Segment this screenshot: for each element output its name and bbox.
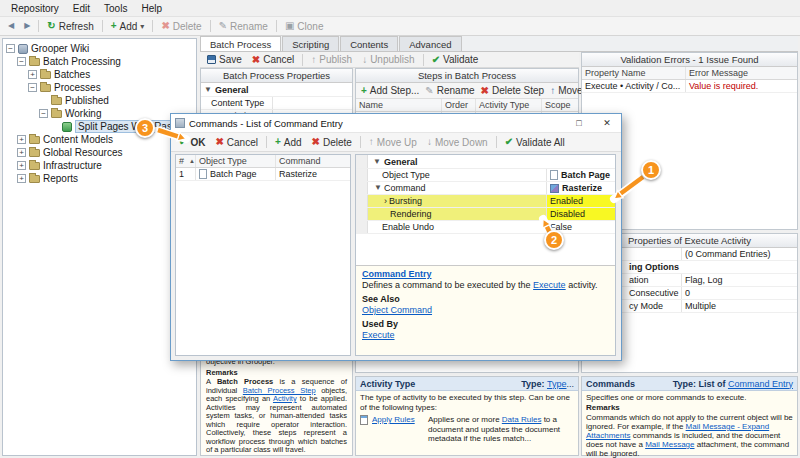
tab-batch-process[interactable]: Batch Process [200,36,281,51]
menu-edit[interactable]: Edit [66,2,97,15]
delete-button[interactable]: ✖Delete [156,19,206,34]
collapse-icon[interactable]: − [6,44,15,53]
tab-scripting[interactable]: Scripting [282,36,339,51]
tree-item-infrastructure[interactable]: +Infrastructure [3,159,196,172]
maximize-button[interactable]: □ [567,115,591,132]
cancel-button[interactable]: ✖Cancel [210,135,263,150]
expand-icon[interactable]: + [17,174,26,183]
refresh-button[interactable]: ↻Refresh [42,19,98,34]
panel-title: Batch Process Properties [201,69,352,83]
refresh-icon: ↻ [47,21,55,31]
grid-row-bursting[interactable]: ›Bursting Enabled [356,195,615,208]
rename-icon: ✎ [425,86,433,96]
command-entry-link[interactable]: Command Entry [362,269,609,280]
ok-button[interactable]: ✔OK [174,135,210,150]
cancel-icon: ✖ [215,137,223,147]
add-button[interactable]: +Add▾ [106,19,150,34]
nav-back-button[interactable]: ◀ [3,20,19,32]
expand-icon[interactable]: + [28,70,37,79]
grid-row-object-type[interactable]: Object Type Batch Page [356,169,615,182]
publish-icon: ↑ [311,55,316,65]
tree-item-processes[interactable]: −Processes [3,81,196,94]
command-entry-description: Defines a command to be executed by the … [362,280,609,291]
add-icon: + [111,21,117,31]
tree-item-working[interactable]: −Working [3,107,196,120]
delete-entry-button[interactable]: ✖Delete [307,135,357,150]
delete-icon: ✖ [312,137,320,147]
tab-contents[interactable]: Contents [340,36,398,51]
tree-item-batch-processing[interactable]: −Batch Processing [3,55,196,68]
activity-type-intro: The type of activity to be executed by t… [360,393,574,412]
tree-item-grooper-wiki[interactable]: −Grooper Wiki [3,42,196,55]
close-button[interactable]: ✕ [595,115,619,132]
delete-icon: ✖ [481,86,489,96]
tree-item-content-models[interactable]: +Content Models [3,133,196,146]
collapse-icon[interactable]: − [17,57,26,66]
remarks-heading: Remarks [206,369,347,378]
menu-repository[interactable]: Repository [4,2,66,15]
cancel-button[interactable]: ✖Cancel [247,52,300,67]
delete-step-button[interactable]: ✖Delete Step [478,84,548,97]
entry-list-row[interactable]: 1 Batch Page Rasterize [176,168,350,181]
validate-all-button[interactable]: ✔Validate All [500,135,570,150]
move-up-button[interactable]: ↑Move Up [364,135,422,150]
rename-step-button[interactable]: ✎Rename [422,84,477,97]
tree-item-reports[interactable]: +Reports [3,172,196,185]
tab-advanced[interactable]: Advanced [399,36,461,51]
commands-intro: Specifies one or more commands to execut… [586,393,793,402]
tree-item-batches[interactable]: +Batches [3,68,196,81]
nav-forward-button[interactable]: ▶ [19,20,35,32]
commands-help-panel: Commands Type: List of Command Entry Spe… [581,376,798,456]
clone-button[interactable]: ▣Clone [280,19,329,34]
used-by-heading: Used By [362,319,609,330]
collapse-icon[interactable]: − [39,109,48,118]
toolbar-separator [423,54,424,66]
forward-icon: ▶ [24,22,30,30]
grid-row-rendering[interactable]: Rendering Disabled [356,208,615,221]
toolbar-separator [102,20,103,32]
apply-rules-link[interactable]: Apply Rules [372,415,424,425]
tree-item-split-pages-with-rasterize[interactable]: Split Pages With Rasterize [3,120,196,133]
add-icon: + [361,86,367,96]
unpublish-button[interactable]: ↓Unpublish [357,52,419,67]
object-command-link[interactable]: Object Command [362,305,609,316]
toolbar-separator [302,54,303,66]
dialog-body: #▲ Object Type Command 1 Batch Page Rast… [171,152,621,360]
folder-icon [51,110,62,118]
grid-row-command[interactable]: ▼Command Rasterize [356,182,615,195]
dialog-title-bar: Commands - List of Command Entry □ ✕ [171,114,621,133]
rasterize-icon [550,184,559,193]
tree-item-published[interactable]: Published [3,94,196,107]
tree-item-global-resources[interactable]: +Global Resources [3,146,196,159]
menu-help[interactable]: Help [134,2,169,15]
section-expanded-icon: ▼ [374,182,382,194]
expand-icon[interactable]: + [17,148,26,157]
execute-link[interactable]: Execute [362,330,609,341]
validation-table-row[interactable]: Execute • Activity / Co... Value is requ… [582,80,797,93]
expand-icon[interactable]: + [17,135,26,144]
batch-page-icon [199,169,207,179]
see-also-heading: See Also [362,294,609,305]
folder-icon [51,97,62,105]
menu-tools[interactable]: Tools [97,2,134,15]
commands-type-label: Type: List of Command Entry [673,379,793,389]
add-entry-button[interactable]: +Add [270,135,307,150]
save-button[interactable]: Save [202,52,247,67]
add-step-button[interactable]: +Add Step... [358,84,422,97]
rename-button[interactable]: ✎Rename [214,19,273,34]
toolbar-separator [496,136,497,148]
validate-button[interactable]: ✔Validate [427,52,484,67]
activity-type-header: Activity Type Type: Type... [356,377,578,391]
property-row-content-type[interactable]: Content Type [201,97,352,110]
property-section-general[interactable]: ▼ General [201,83,352,97]
grid-row-enable-undo[interactable]: Enable Undo False [356,221,615,234]
main-toolbar: ◀ ▶ ↻Refresh +Add▾ ✖Delete ✎Rename ▣Clon… [0,17,800,36]
repository-tree: −Grooper Wiki −Batch Processing +Batches… [2,38,197,456]
move-down-button[interactable]: ↓Move Down [422,135,493,150]
remarks-heading: Remarks [586,403,793,412]
grid-section-general[interactable]: ▼ General [356,155,615,169]
publish-button[interactable]: ↑Publish [306,52,357,67]
collapse-icon[interactable]: − [28,83,37,92]
expand-icon[interactable]: + [17,161,26,170]
add-icon: + [275,137,281,147]
